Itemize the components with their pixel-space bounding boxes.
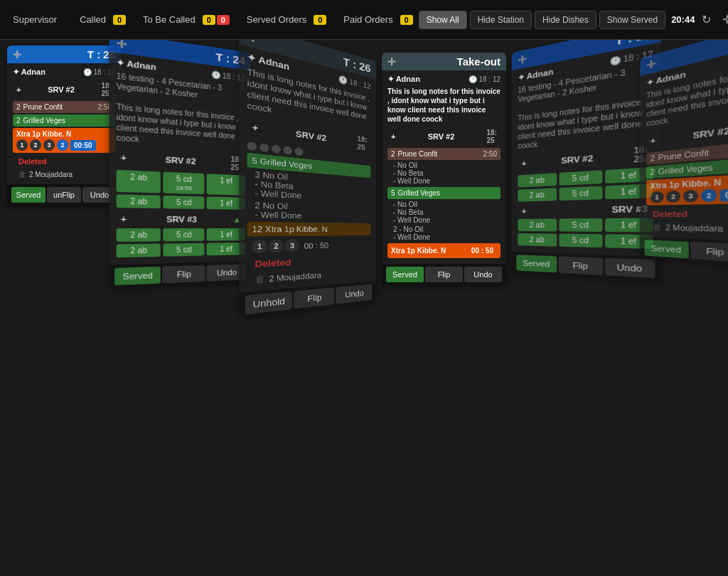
card-4-waiter: ✦ Adnan [387, 75, 420, 84]
plus-icon: + [651, 136, 655, 145]
grid-cell: 5 cd [560, 234, 603, 248]
card-4-footer: Served Flip Undo [382, 264, 506, 285]
grid-row-1: 2 ab 5 cd18:56 1 ef [117, 170, 245, 196]
plus-icon: + [522, 159, 527, 168]
station-time: 18:25 [487, 129, 497, 144]
card-1-body: ✦ Adnan 🕐 18 : 12 + SRV #2 18:25 2 Prune… [7, 63, 121, 184]
grid-cell: 5 cd18:56 [163, 172, 204, 195]
top-navigation: Supervisor Called 0 To Be Called 0 0 Ser… [0, 0, 728, 40]
station-name: SRV #2 [561, 154, 593, 165]
undo-button-4[interactable]: Undo [464, 267, 502, 282]
served-button-1[interactable]: Served [11, 187, 46, 203]
kibbe-timer: 00:50 [720, 188, 728, 201]
drag-icon-1: ✛ [13, 49, 21, 60]
served-orders-badge: 0 [314, 15, 326, 25]
num-1: 1 [651, 191, 664, 203]
grilled-sub2: 2 - No Oil - Well Done [387, 225, 500, 241]
card-4-time: 🕐 18 : 12 [469, 75, 500, 83]
flip-button-6[interactable]: Flip [690, 242, 728, 262]
card-4-prune: 2 Prune Confit 2:50 [387, 148, 500, 160]
supervisor-label: Supervisor [7, 11, 63, 28]
grid-cell: 2 ab [518, 233, 557, 246]
hide-station-button[interactable]: Hide Station [470, 11, 532, 29]
unflip-button-1[interactable]: unFlip [47, 187, 81, 203]
show-served-button[interactable]: Show Served [599, 11, 665, 29]
trash-icon: 🗑 [18, 170, 26, 178]
card-4-waiter-row: ✦ Adnan 🕐 18 : 12 [387, 75, 500, 84]
card-2-footer: Served Flip Undo [109, 261, 251, 289]
item-qty: 5 [391, 189, 395, 197]
grid-cell: 2 ab [117, 170, 161, 193]
undo-button-5[interactable]: Undo [605, 258, 655, 278]
card-4-station: + SRV #2 18:25 [387, 127, 500, 146]
to-be-called-badge-2: 0 [217, 15, 230, 25]
card-1-waiter: ✦ Adnan [13, 68, 46, 77]
card-2-waiter: ✦ Adnan [117, 58, 156, 73]
grilled-sub: - No Oil - No Beta - Well Done [387, 201, 500, 224]
kibbe-label: 12 Xtra 1p Kibbe. N [252, 225, 327, 234]
drag-icon-3: ✛ [247, 40, 259, 46]
show-all-button[interactable]: Show All [419, 11, 467, 29]
flip-button-2[interactable]: Flip [162, 265, 205, 283]
item-qty: 2 [651, 154, 655, 163]
card-1-station-name: SRV #2 [48, 85, 75, 94]
item-name: Prune Confit [23, 103, 98, 111]
kibbe-timer: 00 : 50 [468, 245, 497, 256]
grid-cell: 2 ab [117, 194, 161, 208]
move-button[interactable]: ✛ [718, 10, 728, 29]
grid-row-3: 2 ab 5 cd 1 ef [117, 228, 245, 242]
kibbe-timer: 00:50 [70, 140, 96, 151]
hide-dishes-button[interactable]: Hide Dishes [535, 11, 596, 29]
grid-row-5-3: 2 ab 5 cd 1 ef [518, 218, 653, 233]
card-4-grilled: 5 Grilled Veges [387, 187, 500, 199]
card-2-body: ✦ Adnan 🕐 18 : 12 16 testing - 4 Pesceta… [109, 52, 251, 265]
drag-icon-6: ✛ [646, 57, 656, 71]
g-no-oil: - No Oil [393, 201, 500, 208]
flip-button-5[interactable]: Flip [558, 256, 603, 275]
grid-row-2: 2 ab 5 cd 1 ef [117, 194, 245, 210]
item-time: 2:50 [483, 150, 497, 158]
card-6-deleted-label: Deleted [646, 204, 728, 223]
kibbe-label: Xtra 1p Kibbe. N [391, 247, 446, 255]
g-well-done: - Well Done [393, 216, 500, 224]
card-4-header: ✛ Take-out [382, 53, 506, 70]
card-1-kibbe: Xtra 1p Kibbe. N 1 2 3 2 00:50 [13, 128, 115, 153]
clock-time: 20:44 [671, 14, 695, 25]
grid-cell: 5 cd [560, 186, 603, 201]
circle-dot [247, 142, 257, 151]
card-1-station: + SRV #2 18:25 [13, 80, 115, 100]
flip-button-4[interactable]: Flip [425, 267, 463, 282]
item-qty: 2 [391, 150, 395, 158]
circle-dot [259, 143, 269, 152]
served-button-2[interactable]: Served [114, 267, 161, 285]
undo-button-3[interactable]: Undo [336, 284, 373, 304]
flip-button-3[interactable]: Flip [294, 287, 335, 309]
no-oil2-items: 2 No Oil - Well Done [247, 200, 371, 220]
card-1-station-plus: + [16, 85, 21, 94]
paid-orders-badge: 0 [400, 15, 413, 25]
card-1-item-prune: 2 Prune Confit 2:50 [13, 101, 115, 113]
card-1-waiter-row: ✦ Adnan 🕐 18 : 12 [13, 68, 115, 77]
order-card-4: ✛ Take-out ✦ Adnan 🕐 18 : 12 This is lon… [382, 53, 506, 285]
grid-cell: 2 ab [518, 219, 557, 232]
item-name: Grilled Veges [23, 117, 112, 124]
station-time: 18:25 [358, 134, 368, 152]
served-button-4[interactable]: Served [386, 267, 424, 282]
unhold-button-3[interactable]: Unhold [245, 292, 292, 315]
num-3: 3 [285, 239, 299, 252]
plus-icon: + [522, 207, 527, 215]
card-2-notes: 16 testing - 4 Pescetarian - 3 Vegetaria… [117, 71, 245, 151]
grid-cell: 5 cd [163, 228, 204, 241]
order-card-6: ✛ T : 26 ✦ Adnan 🕐 18 : 12 This is long … [640, 40, 728, 271]
card-4-body: ✦ Adnan 🕐 18 : 12 This is long notes for… [382, 70, 506, 264]
refresh-button[interactable]: ↻ [697, 10, 715, 29]
sub-no-oil: - No Oil [393, 161, 500, 169]
served-button-5[interactable]: Served [516, 255, 557, 272]
served-button-6[interactable]: Served [645, 240, 689, 258]
item-qty: 2 [16, 103, 21, 111]
station-name: SRV #2 [428, 132, 455, 141]
drag-icon-2: ✛ [117, 40, 127, 50]
grid-cell: 2 ab [117, 228, 161, 242]
kibbe-label: Xtra 1p Kibbe. N [651, 178, 722, 190]
station-name: SRV #2 [692, 126, 728, 140]
